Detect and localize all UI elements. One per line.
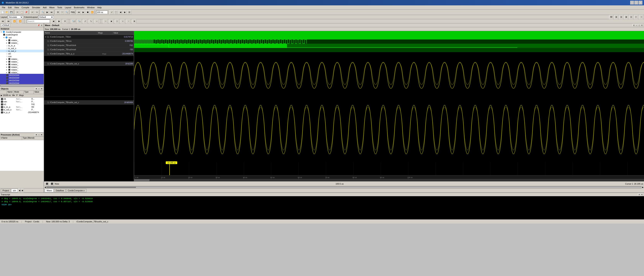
wave-bb-btn2[interactable]: ⬛: [50, 182, 54, 186]
menu-bookmarks[interactable]: Bookmarks: [73, 6, 86, 9]
redo-button[interactable]: ↪: [35, 10, 39, 14]
tree-item-rotator1[interactable]: ▶ ⬛ rotator_: [0, 39, 44, 42]
restart-button[interactable]: ⏮: [77, 10, 81, 14]
zoom-tb3[interactable]: ⤢: [83, 19, 87, 24]
sim-tb-btn2[interactable]: ⏭: [6, 19, 11, 24]
sim-button[interactable]: ▶: [45, 10, 50, 14]
layout-btn3[interactable]: ⊠: [624, 15, 628, 19]
wave-options-btn[interactable]: ▾: [632, 24, 635, 27]
menu-file[interactable]: File: [1, 6, 6, 9]
open-file-button[interactable]: 📂: [5, 10, 9, 14]
close-button[interactable]: ✕: [639, 1, 642, 4]
tree-item-assign1[interactable]: ⬛ #ASSIGN#: [0, 74, 44, 76]
wave-sig-row-outc[interactable]: ⬛ /CordicComputer_TB/uut/io_out_c 18'd65…: [44, 100, 134, 105]
wave-tb4[interactable]: ▪: [121, 19, 125, 24]
sim-tb-btn4[interactable]: ⏪: [18, 19, 22, 24]
tree-item-rotator6[interactable]: ▶ ⬛ rotator_: [0, 66, 44, 68]
waveform-display[interactable]: 18.195 us 1 us 10 us 20 us: [134, 31, 644, 181]
tree-item-cos[interactable]: ◻ cos: [0, 55, 44, 58]
obj-item-io1[interactable]: ⬛ io1 Fd1: [0, 103, 44, 106]
wave-sig-row-iopa[interactable]: ⬛ /CordicComputer_TB/io_p_a Msgs -201446…: [44, 52, 134, 56]
transcript-close-btn[interactable]: ✕: [640, 193, 643, 196]
wave-close-btn[interactable]: ✕: [640, 24, 643, 27]
find-button[interactable]: 🔍: [41, 10, 45, 14]
wave-tb5[interactable]: ▫: [126, 19, 131, 24]
wave-sig-row-clock[interactable]: ⬛ /CordicComputer_TB/uut/clock Fd1: [44, 43, 134, 48]
menu-view[interactable]: View: [13, 6, 20, 9]
transcript-input[interactable]: [13, 204, 51, 206]
zoom-tb5[interactable]: ↔: [95, 19, 99, 24]
tree-item-rotator5[interactable]: ▶ ⬛ rotator_: [0, 63, 44, 66]
obj-item-rstn[interactable]: ⬛ rstn Not L... P...: [0, 100, 44, 103]
zoom-tb4[interactable]: ⤡: [89, 19, 93, 24]
tab-scroll-left[interactable]: ◀: [18, 188, 21, 192]
scroll-right-btn[interactable]: ▶: [642, 186, 644, 188]
tree-item-rotator4[interactable]: ▶ ⬛ rotator_: [0, 60, 44, 63]
wave-minimize-btn[interactable]: ─: [635, 24, 638, 27]
add-divider-button[interactable]: ⊟: [127, 10, 132, 14]
processes-close-btn[interactable]: ✕: [40, 134, 43, 136]
menu-help[interactable]: Help: [96, 6, 103, 9]
wave-tb1[interactable]: ─: [104, 19, 108, 24]
layout-select[interactable]: Simulate Default: [8, 15, 23, 19]
wave-hscrollbar[interactable]: ◀ ▶: [44, 186, 644, 188]
search-clear[interactable]: ✕: [63, 19, 67, 24]
next-signal-button[interactable]: ▶: [123, 10, 127, 14]
layout-btn5[interactable]: ⊢: [634, 15, 638, 19]
wave-sig-row-cos[interactable]: ⬛ /CordicComputer_TB/cos 0.999786: [44, 39, 134, 43]
layout-btn6[interactable]: ⊣: [639, 15, 643, 19]
menu-compile[interactable]: Compile: [20, 6, 30, 9]
zoom-full-button[interactable]: ⤢: [110, 10, 114, 14]
wave-sig-row-reset[interactable]: ⬛ /CordicComputer_TB/uut/reset I'50: [44, 48, 134, 52]
panel-pin-button[interactable]: 📌: [37, 24, 40, 27]
zoom-fit-button[interactable]: ⛶: [114, 10, 118, 14]
obj-item-io-out-s[interactable]: ⬛ io_out_s Not L... P...: [0, 108, 44, 111]
copy-button[interactable]: 📋: [20, 10, 24, 14]
run-length-input[interactable]: [96, 10, 108, 14]
wave-tb6[interactable]: ⊕: [132, 19, 136, 24]
all-button[interactable]: All: [609, 15, 613, 19]
layout-btn1[interactable]: ⊞: [614, 15, 618, 19]
search-next[interactable]: ▶: [57, 19, 61, 24]
tab-scroll-right[interactable]: ▶: [21, 188, 24, 192]
wave-sig-row-group1[interactable]: ▼ ⬛ /CordicComputer_TB/|en 0.0174713: [44, 35, 134, 39]
zoom-tb1[interactable]: 🔍+: [72, 19, 76, 24]
wave-bb-btn1[interactable]: ⬛: [45, 182, 49, 186]
scroll-left-btn[interactable]: ◀: [44, 186, 46, 188]
undo-button[interactable]: ↩: [30, 10, 34, 14]
wave-tb2[interactable]: ■: [109, 19, 114, 24]
menu-window[interactable]: Window: [86, 6, 96, 9]
column-layout-select[interactable]: Default: [38, 15, 54, 19]
tree-item-assign4[interactable]: ⬛ #ASSIGN#: [0, 82, 44, 84]
tab-sim[interactable]: sim: [11, 189, 18, 192]
compile-button[interactable]: ⚙: [56, 10, 60, 14]
instance-tree[interactable]: ▼ 🔷 CordicComputer ⬛ scaleDegree ▼ 🔷 uut…: [0, 30, 44, 84]
sim-tb-btn3[interactable]: ⏩: [12, 19, 16, 24]
cut-button[interactable]: ✂: [15, 10, 20, 14]
step-button[interactable]: ⏩: [90, 10, 94, 14]
wave-sig-row-outs[interactable]: ⬛ /CordicComputer_TB/uut/io_out_s 18'd22…: [44, 62, 134, 66]
minimize-button[interactable]: ─: [630, 1, 634, 4]
objects-list[interactable]: ⬛ clk Not L... R... ⬛ rstn Not L... P...…: [0, 98, 44, 132]
tree-scrollbar[interactable]: [0, 84, 44, 86]
obj-item-io-in-a[interactable]: ⬛ io_in_a Not L... I50: [0, 106, 44, 108]
menu-add[interactable]: Add: [42, 6, 48, 9]
zoom-in-button[interactable]: 🔍: [64, 10, 69, 14]
tree-item-cordiccomputer[interactable]: ▼ 🔷 CordicComputer: [0, 30, 44, 33]
objects-close-btn[interactable]: ✕: [40, 88, 43, 90]
zoom-tb2[interactable]: 🔍-: [78, 19, 82, 24]
tree-item-assign3[interactable]: ⬛ #ASSIGN#: [0, 79, 44, 82]
menu-layout[interactable]: Layout: [64, 6, 72, 9]
menu-edit[interactable]: Edit: [7, 6, 13, 9]
panel-tab-default[interactable]: ▾ Default: [1, 24, 10, 27]
menu-wave[interactable]: Wave: [48, 6, 56, 9]
save-button[interactable]: 💾: [9, 10, 14, 14]
processes-options-btn[interactable]: ▾: [35, 134, 38, 136]
tree-item-sin[interactable]: ◻ sin: [0, 52, 44, 55]
paste-button[interactable]: 📌: [24, 10, 28, 14]
new-file-button[interactable]: 📄: [0, 10, 4, 14]
sim-tb-btn1[interactable]: ⏮: [1, 19, 5, 24]
tab-cordiccomputer-v[interactable]: CordicComputer.v: [66, 189, 86, 192]
maximize-button[interactable]: □: [634, 1, 638, 4]
tree-item-io-in-a[interactable]: ◻ io_in_a: [0, 44, 44, 47]
